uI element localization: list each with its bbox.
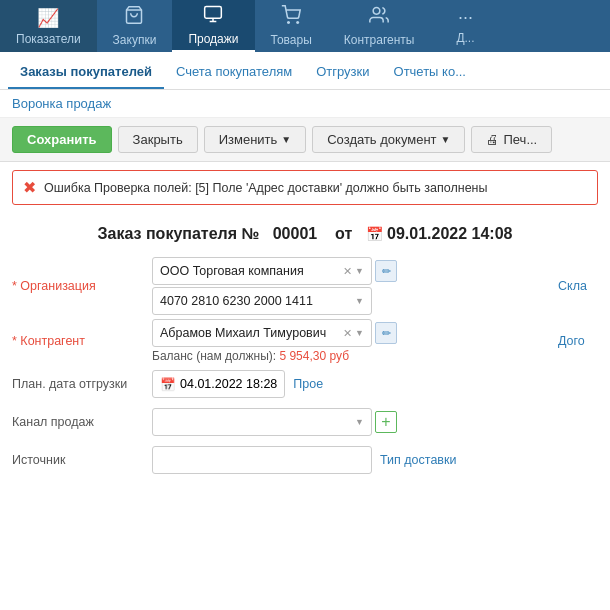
- nav-more[interactable]: ··· Д...: [430, 0, 500, 52]
- nav-counterparts[interactable]: Контрагенты: [328, 0, 431, 52]
- counterpart-arrow-icon[interactable]: ▼: [355, 328, 364, 338]
- counterparts-icon: [369, 5, 389, 30]
- shipdate-row: План. дата отгрузки 📅 04.01.2022 18:28 П…: [12, 367, 598, 401]
- balance-value: 5 954,30 руб: [279, 349, 349, 363]
- shipdate-label: План. дата отгрузки: [12, 377, 152, 391]
- document-number: 00001: [273, 225, 318, 242]
- third-navigation: Воронка продаж: [0, 90, 610, 118]
- org-input-row: ООО Торговая компания ✕ ▼ ✏: [152, 257, 550, 285]
- shipdate-field[interactable]: 📅 04.01.2022 18:28: [152, 370, 285, 398]
- org-account-select[interactable]: 4070 2810 6230 2000 1411 ▼: [152, 287, 372, 315]
- sales-icon: [203, 4, 223, 29]
- goods-icon: [281, 5, 301, 30]
- nav-indicators[interactable]: 📈 Показатели: [0, 0, 97, 52]
- source-input[interactable]: [152, 446, 372, 474]
- contract-label: Дого: [558, 334, 598, 348]
- nav-purchases[interactable]: Закупки: [97, 0, 173, 52]
- counterpart-edit-btn[interactable]: ✏: [375, 322, 397, 344]
- org-arrow-icon[interactable]: ▼: [355, 266, 364, 276]
- edit-button[interactable]: Изменить: [204, 126, 307, 153]
- org-edit-btn[interactable]: ✏: [375, 260, 397, 282]
- nav-goods[interactable]: Товары: [255, 0, 328, 52]
- calendar-icon[interactable]: 📅: [366, 226, 383, 242]
- balance-row: Баланс (нам должны): 5 954,30 руб: [152, 349, 550, 363]
- form-area: Организация ООО Торговая компания ✕ ▼ ✏ …: [0, 251, 610, 487]
- org-control: ООО Торговая компания ✕ ▼ ✏ 4070 2810 62…: [152, 257, 550, 315]
- org-account-row: 4070 2810 6230 2000 1411 ▼: [152, 287, 550, 315]
- counterpart-input-row: Абрамов Михаил Тимурович ✕ ▼ ✏: [152, 319, 550, 347]
- org-select[interactable]: ООО Торговая компания ✕ ▼: [152, 257, 372, 285]
- saleschannel-row: Канал продаж ▼ +: [12, 405, 598, 439]
- project-label: Прое: [293, 377, 333, 391]
- document-header: Заказ покупателя № 00001 от 📅 09.01.2022…: [0, 213, 610, 251]
- svg-rect-1: [205, 7, 222, 19]
- organization-row: Организация ООО Торговая компания ✕ ▼ ✏ …: [12, 257, 598, 315]
- nav-sales[interactable]: Продажи: [172, 0, 254, 52]
- print-icon: 🖨: [486, 132, 499, 147]
- counterpart-row: Контрагент Абрамов Михаил Тимурович ✕ ▼ …: [12, 319, 598, 363]
- print-button[interactable]: 🖨 Печ...: [471, 126, 552, 153]
- saleschannel-arrow-icon[interactable]: ▼: [355, 417, 364, 427]
- nav-shipments[interactable]: Отгрузки: [304, 56, 381, 89]
- nav-sales-funnel[interactable]: Воронка продаж: [12, 96, 111, 111]
- toolbar: Сохранить Закрыть Изменить Создать докум…: [0, 118, 610, 162]
- source-row: Источник Тип доставки: [12, 443, 598, 477]
- save-button[interactable]: Сохранить: [12, 126, 112, 153]
- counterpart-select[interactable]: Абрамов Михаил Тимурович ✕ ▼: [152, 319, 372, 347]
- create-document-button[interactable]: Создать документ: [312, 126, 465, 153]
- close-button[interactable]: Закрыть: [118, 126, 198, 153]
- indicators-icon: 📈: [37, 7, 59, 29]
- saleschannel-select[interactable]: ▼: [152, 408, 372, 436]
- error-icon: ✖: [23, 178, 36, 197]
- svg-point-2: [288, 22, 290, 24]
- error-text: Ошибка Проверка полей: [5] Поле 'Адрес д…: [44, 181, 488, 195]
- second-navigation: Заказы покупателей Счета покупателям Отг…: [0, 52, 610, 90]
- org-clear-icon[interactable]: ✕: [343, 265, 352, 278]
- nav-reports[interactable]: Отчеты ко...: [382, 56, 478, 89]
- source-label: Источник: [12, 453, 152, 467]
- saleschannel-add-btn[interactable]: +: [375, 411, 397, 433]
- svg-point-4: [373, 8, 380, 15]
- nav-customer-orders[interactable]: Заказы покупателей: [8, 56, 164, 89]
- document-date: 09.01.2022 14:08: [387, 225, 512, 242]
- delivery-label: Тип доставки: [380, 453, 456, 467]
- more-icon: ···: [458, 7, 473, 28]
- nav-invoices[interactable]: Счета покупателям: [164, 56, 304, 89]
- warehouse-label: Скла: [558, 279, 598, 293]
- counterpart-label: Контрагент: [12, 334, 152, 348]
- counterpart-control: Абрамов Михаил Тимурович ✕ ▼ ✏ Баланс (н…: [152, 319, 550, 363]
- purchases-icon: [124, 5, 144, 30]
- counterpart-clear-icon[interactable]: ✕: [343, 327, 352, 340]
- account-arrow-icon[interactable]: ▼: [355, 296, 364, 306]
- saleschannel-label: Канал продаж: [12, 415, 152, 429]
- shipdate-calendar-icon[interactable]: 📅: [160, 377, 176, 392]
- org-label: Организация: [12, 279, 152, 293]
- saleschannel-input-row: ▼ +: [152, 408, 397, 436]
- top-navigation: 📈 Показатели Закупки Продажи Товары Конт…: [0, 0, 610, 52]
- error-block: ✖ Ошибка Проверка полей: [5] Поле 'Адрес…: [12, 170, 598, 205]
- svg-point-3: [297, 22, 299, 24]
